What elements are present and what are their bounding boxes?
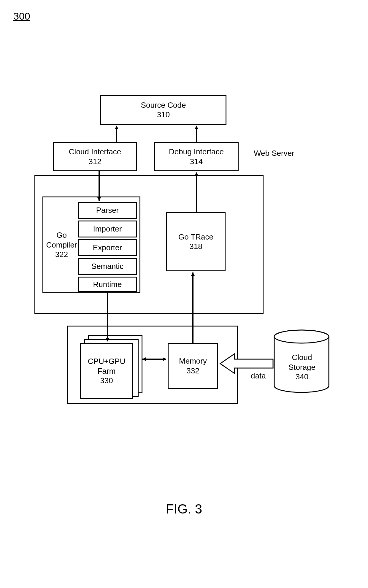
source-code-title: Source Code <box>141 100 186 110</box>
cpu-gpu-num: 330 <box>100 376 113 386</box>
web-server-label: Web Server <box>254 148 294 158</box>
stage-importer: Importer <box>78 221 137 237</box>
go-compiler-num: 322 <box>45 250 79 259</box>
box-go-trace: Go TRace 318 <box>166 212 226 271</box>
svg-point-0 <box>274 330 329 343</box>
stage-exporter-label: Exporter <box>93 243 122 253</box>
stage-importer-label: Importer <box>93 224 122 234</box>
cloud-storage-num: 340 <box>285 372 319 382</box>
cloud-storage-label: Cloud Storage 340 <box>285 353 319 382</box>
go-compiler-label: Go Compiler 322 <box>45 230 79 259</box>
stage-parser: Parser <box>78 202 137 219</box>
cloud-storage-title-2: Storage <box>285 362 319 372</box>
stage-semantic: Semantic <box>78 258 137 275</box>
memory-title: Memory <box>179 356 207 366</box>
cpu-gpu-title-1: CPU+GPU <box>88 356 125 366</box>
debug-interface-title: Debug Interface <box>169 147 224 157</box>
cloud-interface-title: Cloud Interface <box>69 147 121 157</box>
cloud-storage-title-1: Cloud <box>285 353 319 362</box>
figure-number: 300 <box>13 10 30 22</box>
go-compiler-title-2: Compiler <box>45 240 79 250</box>
svg-point-1 <box>274 330 329 343</box>
stage-runtime: Runtime <box>78 277 137 292</box>
memory-num: 332 <box>186 366 199 376</box>
cloud-interface-num: 312 <box>88 157 101 167</box>
go-trace-num: 318 <box>189 242 202 251</box>
go-compiler-title-1: Go <box>45 230 79 240</box>
cpu-gpu-title-2: Farm <box>98 366 116 376</box>
box-memory: Memory 332 <box>168 343 218 389</box>
diagram-canvas: 300 Source Code 310 Cloud Interface 312 … <box>0 0 368 588</box>
box-cpu-gpu-farm: CPU+GPU Farm 330 <box>80 343 133 399</box>
box-debug-interface: Debug Interface 314 <box>154 142 239 171</box>
stage-semantic-label: Semantic <box>91 261 123 271</box>
source-code-num: 310 <box>157 110 170 120</box>
go-trace-title: Go TRace <box>178 232 213 242</box>
figure-title: FIG. 3 <box>0 502 368 516</box>
data-label: data <box>251 371 266 381</box>
debug-interface-num: 314 <box>190 157 203 167</box>
box-cloud-interface: Cloud Interface 312 <box>53 142 137 171</box>
stage-parser-label: Parser <box>96 205 119 215</box>
stage-exporter: Exporter <box>78 239 137 256</box>
stage-runtime-label: Runtime <box>93 280 122 289</box>
box-source-code: Source Code 310 <box>100 95 226 125</box>
